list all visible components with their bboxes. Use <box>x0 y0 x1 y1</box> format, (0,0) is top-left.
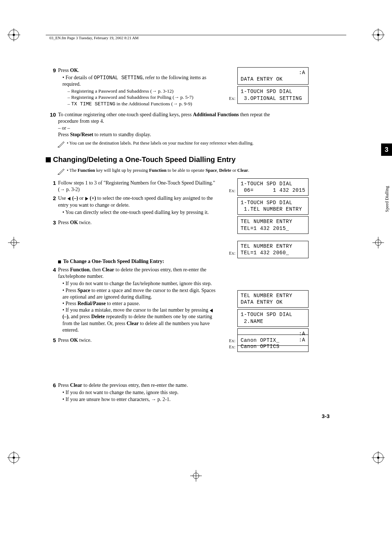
note: The Function key will light up by pressi… <box>57 167 370 176</box>
step-text: Press OK. For details of OPTIONAL SETTIN… <box>58 67 221 109</box>
step-number: 2 <box>46 195 58 201</box>
section-heading: Changing/Deleting a One-Touch Speed Dial… <box>46 155 370 164</box>
step-5: 5 Press OK twice. <box>46 337 370 344</box>
lcd-line: DATA ENTRY OK <box>241 76 283 82</box>
manual-page: 03_EN.fm Page 3 Tuesday, February 19, 20… <box>0 0 392 555</box>
plus-key: (+) <box>89 195 96 201</box>
chapter-side-label: Speed Dialling <box>384 186 390 212</box>
step-10: 10 To continue registering other one-tou… <box>46 112 370 138</box>
lcd-step-2: Ex:1-TOUCH SPD DIAL 06= 1 432 2015 <box>237 178 309 197</box>
space-key: Space <box>77 288 90 293</box>
right-arrow-icon <box>85 197 88 200</box>
text: Press <box>58 132 70 137</box>
function-key: Function <box>149 168 167 173</box>
text: Use <box>58 195 67 201</box>
note-text: You can use the destination labels. Put … <box>67 140 254 146</box>
step-number: 10 <box>46 112 58 118</box>
lcd-line: Canon OPTICS <box>241 344 279 349</box>
lcd-line: 1.TEL NUMBER ENTRY <box>241 206 302 212</box>
step-number: 3 <box>46 219 58 226</box>
printer-mark-optic-tr <box>372 28 385 41</box>
clear-key: Clear <box>127 321 139 326</box>
left-arrow-icon <box>210 309 213 312</box>
printer-mark-target-ml <box>7 236 20 249</box>
function-key: Function <box>70 267 90 272</box>
example-label: Ex: <box>229 188 236 194</box>
printer-mark-optic-bl <box>7 451 20 464</box>
text: . <box>248 168 249 173</box>
text: , and press <box>68 314 91 319</box>
clear-key: Clear <box>102 267 114 272</box>
bullet: If you do not want to change the name, i… <box>62 389 218 396</box>
step-text: Press OK twice. <box>58 219 221 226</box>
square-bullet-icon <box>46 157 51 162</box>
step-text: Press Function, then Clear to delete the… <box>58 267 221 335</box>
setting-name: OPTIONAL SETTING <box>94 75 143 81</box>
step-text: Use (–) or (+) to select the one-touch s… <box>58 195 221 217</box>
text: twice. <box>78 220 91 225</box>
lcd-step-4: Ex:TEL NUMBER ENTRY TEL=1 432 2060_ <box>237 241 309 260</box>
clear-key: Clear <box>70 382 82 388</box>
lcd-line: TEL=1 432 2015_ <box>241 226 289 231</box>
bullet: If you make a mistake, move the cursor t… <box>62 307 218 333</box>
bullet: Press Redial/Pause to enter a pause. <box>62 300 218 307</box>
step-9: 9 Press OK. For details of OPTIONAL SETT… <box>46 67 370 109</box>
example-label: Ex: <box>229 344 236 350</box>
minus-key: (–) <box>71 195 78 201</box>
lcd-line: DATA ENTRY OK <box>241 299 283 305</box>
sub-item: – TX TIME SETTING in the Additional Func… <box>68 101 218 108</box>
text: key will light up by pressing <box>95 168 149 173</box>
step-2: 2 Use (–) or (+) to select the one-touch… <box>46 195 370 217</box>
lcd-line: 2.NAME <box>241 319 263 324</box>
body-content: 9 Press OK. For details of OPTIONAL SETT… <box>46 67 370 406</box>
setting-name: TX TIME SETTING <box>71 101 115 107</box>
lcd-display: Ex:1-TOUCH SPD DIAL 06= 1 432 2015 <box>237 178 309 196</box>
delete-key: Delete <box>219 168 231 173</box>
minus-key: (–) <box>62 314 68 319</box>
lcd-line: 1-TOUCH SPD DIAL <box>241 312 292 317</box>
lcd-line: 1-TOUCH SPD DIAL <box>241 181 292 187</box>
text: – or – <box>58 125 70 131</box>
text: Press <box>58 267 70 272</box>
lcd-display: TEL NUMBER ENTRY DATA ENTRY OK <box>237 290 309 308</box>
printer-mark-target-bc <box>189 469 203 482</box>
step-number: 6 <box>46 382 58 388</box>
bullet: Press Space to enter a space and move th… <box>62 287 218 300</box>
note-icon <box>57 167 67 176</box>
function-key: Function <box>78 168 95 173</box>
lcd-line: 3.OPTIONAL SETTING <box>241 96 302 101</box>
lcd-line: 1-TOUCH SPD DIAL <box>241 89 292 94</box>
space-key: Space <box>205 168 217 173</box>
ok-key: OK <box>70 337 78 343</box>
step-1: 1 Follow steps 1 to 3 of "Registering Nu… <box>46 180 370 193</box>
sub-item: – Registering a Password and Subaddress … <box>68 94 218 101</box>
printer-mark-optic-tl <box>7 28 20 41</box>
text: Press <box>65 301 77 306</box>
lcd-line: 06= 1 432 2015 <box>241 187 305 193</box>
lcd-step-9: :A DATA ENTRY OK Ex:1-TOUCH SPD DIAL 3.O… <box>237 67 309 105</box>
example-label: Ex: <box>229 251 236 256</box>
step-number: 4 <box>46 267 58 273</box>
mode-indicator: :A <box>299 69 305 76</box>
mode-indicator: :A <box>299 337 305 343</box>
lcd-display: 1-TOUCH SPD DIAL 2.NAME <box>237 309 309 327</box>
text: Press <box>65 288 77 293</box>
step-text: Press OK twice. <box>58 337 221 344</box>
text: . <box>78 68 79 73</box>
lcd-line: TEL NUMBER ENTRY <box>241 243 292 249</box>
lcd-line: TEL NUMBER ENTRY <box>241 219 292 224</box>
bullet: For details of OPTIONAL SETTING, refer t… <box>62 74 218 107</box>
note: You can use the destination labels. Put … <box>57 140 370 149</box>
text: in the Additional Functions (→ p. 9-9) <box>115 101 192 106</box>
lcd-display: 1-TOUCH SPD DIAL 1.TEL NUMBER ENTRY <box>237 197 309 215</box>
bullet: If you do not want to change the fax/tel… <box>62 280 218 287</box>
lcd-display: Ex::A Canon OPTICS <box>237 335 309 352</box>
lcd-line: TEL=1 432 2060_ <box>241 250 289 256</box>
text: Press <box>58 68 70 73</box>
header-text: 03_EN.fm Page 3 Tuesday, February 19, 20… <box>49 36 139 40</box>
lcd-display: Ex:TEL NUMBER ENTRY TEL=1 432 2060_ <box>237 241 309 258</box>
step-3: 3 Press OK twice. <box>46 219 370 226</box>
lcd-step-3: 1-TOUCH SPD DIAL 1.TEL NUMBER ENTRY TEL … <box>237 197 309 235</box>
heading-text: Changing/Deleting a One-Touch Speed Dial… <box>53 155 236 163</box>
page-number: 3-3 <box>322 413 330 419</box>
